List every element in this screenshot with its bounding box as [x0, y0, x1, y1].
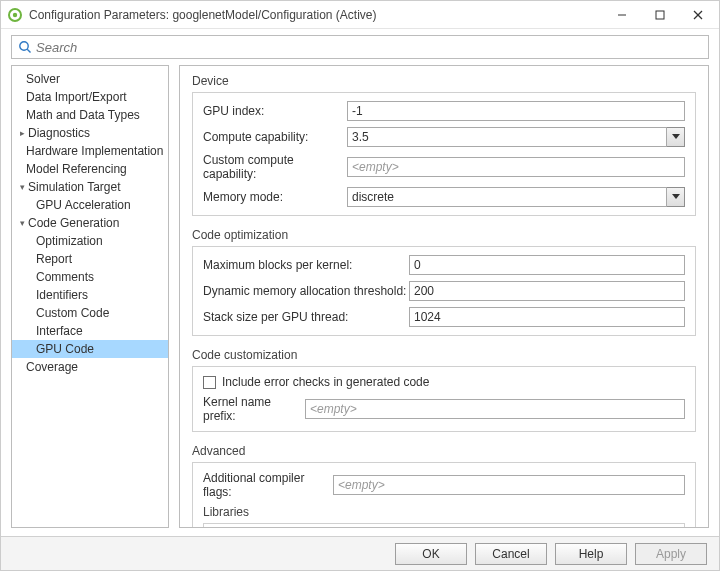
collapse-icon[interactable]: ▾ [16, 214, 28, 232]
tree-item-code-generation[interactable]: ▾Code Generation [12, 214, 168, 232]
dynamic-threshold-input[interactable] [409, 281, 685, 301]
content-pane: Device GPU index: Compute capability: Cu… [179, 65, 709, 528]
code-customization-legend: Code customization [192, 348, 696, 362]
kernel-prefix-label: Kernel name prefix: [203, 395, 305, 423]
device-legend: Device [192, 74, 696, 88]
collapse-icon[interactable]: ▾ [16, 178, 28, 196]
svg-point-1 [13, 12, 17, 16]
cancel-button[interactable]: Cancel [475, 543, 547, 565]
device-group: Device GPU index: Compute capability: Cu… [192, 74, 696, 216]
tree-item-interface[interactable]: Interface [12, 322, 168, 340]
code-optimization-legend: Code optimization [192, 228, 696, 242]
tree-item-gpu-code[interactable]: GPU Code [12, 340, 168, 358]
maximize-button[interactable] [641, 1, 679, 29]
custom-compute-capability-label: Custom compute capability: [203, 153, 347, 181]
tree-item-report[interactable]: Report [12, 250, 168, 268]
dynamic-threshold-label: Dynamic memory allocation threshold: [203, 284, 409, 298]
tree-item-diagnostics[interactable]: ▸Diagnostics [12, 124, 168, 142]
svg-marker-9 [672, 194, 680, 199]
tree-item-label: Custom Code [36, 304, 109, 322]
compiler-flags-input[interactable] [333, 475, 685, 495]
tree-item-optimization[interactable]: Optimization [12, 232, 168, 250]
search-field-wrap[interactable] [11, 35, 709, 59]
tree-item-label: Solver [26, 70, 60, 88]
stack-size-label: Stack size per GPU thread: [203, 310, 409, 324]
expand-icon[interactable]: ▸ [16, 124, 28, 142]
tree-item-solver[interactable]: Solver [12, 70, 168, 88]
apply-button[interactable]: Apply [635, 543, 707, 565]
tree-item-comments[interactable]: Comments [12, 268, 168, 286]
tree-item-label: Identifiers [36, 286, 88, 304]
gpu-index-input[interactable] [347, 101, 685, 121]
include-error-checks-label: Include error checks in generated code [222, 375, 429, 389]
svg-line-7 [27, 49, 30, 52]
tree-item-simulation-target[interactable]: ▾Simulation Target [12, 178, 168, 196]
search-input[interactable] [36, 40, 702, 55]
tree-item-label: Math and Data Types [26, 106, 140, 124]
compiler-flags-label: Additional compiler flags: [203, 471, 333, 499]
search-icon [18, 40, 32, 54]
help-button[interactable]: Help [555, 543, 627, 565]
tree-item-label: Coverage [26, 358, 78, 376]
nav-tree[interactable]: SolverData Import/ExportMath and Data Ty… [11, 65, 169, 528]
gpu-index-label: GPU index: [203, 104, 347, 118]
tree-item-label: Code Generation [28, 214, 119, 232]
tree-item-label: Diagnostics [28, 124, 90, 142]
code-customization-group: Code customization Include error checks … [192, 348, 696, 432]
svg-marker-8 [672, 134, 680, 139]
stack-size-input[interactable] [409, 307, 685, 327]
svg-rect-3 [656, 11, 664, 19]
libraries-label: Libraries [203, 505, 685, 519]
tree-item-label: Optimization [36, 232, 103, 250]
close-button[interactable] [679, 1, 717, 29]
minimize-button[interactable] [603, 1, 641, 29]
tree-item-custom-code[interactable]: Custom Code [12, 304, 168, 322]
kernel-prefix-input[interactable] [305, 399, 685, 419]
memory-mode-dropdown-button[interactable] [667, 187, 685, 207]
tree-item-label: GPU Code [36, 340, 94, 358]
tree-item-label: GPU Acceleration [36, 196, 131, 214]
max-blocks-label: Maximum blocks per kernel: [203, 258, 409, 272]
memory-mode-select[interactable] [347, 187, 667, 207]
window-title: Configuration Parameters: googlenetModel… [29, 8, 603, 22]
memory-mode-label: Memory mode: [203, 190, 347, 204]
tree-item-label: Model Referencing [26, 160, 127, 178]
tree-item-label: Data Import/Export [26, 88, 127, 106]
compute-capability-select[interactable] [347, 127, 667, 147]
tree-item-math-and-data-types[interactable]: Math and Data Types [12, 106, 168, 124]
ok-button[interactable]: OK [395, 543, 467, 565]
titlebar: Configuration Parameters: googlenetModel… [1, 1, 719, 29]
include-error-checks-checkbox[interactable]: Include error checks in generated code [203, 375, 429, 389]
tree-item-data-import-export[interactable]: Data Import/Export [12, 88, 168, 106]
tree-item-gpu-acceleration[interactable]: GPU Acceleration [12, 196, 168, 214]
tree-item-label: Interface [36, 322, 83, 340]
tree-item-label: Report [36, 250, 72, 268]
tree-item-model-referencing[interactable]: Model Referencing [12, 160, 168, 178]
compute-capability-label: Compute capability: [203, 130, 347, 144]
code-optimization-group: Code optimization Maximum blocks per ker… [192, 228, 696, 336]
tree-item-label: Simulation Target [28, 178, 121, 196]
tree-item-label: Hardware Implementation [26, 142, 163, 160]
advanced-group: Advanced Additional compiler flags: Libr… [192, 444, 696, 528]
app-icon [7, 7, 23, 23]
search-bar [1, 29, 719, 65]
max-blocks-input[interactable] [409, 255, 685, 275]
compute-capability-dropdown-button[interactable] [667, 127, 685, 147]
svg-point-6 [20, 42, 28, 50]
tree-item-hardware-implementation[interactable]: Hardware Implementation [12, 142, 168, 160]
tree-item-label: Comments [36, 268, 94, 286]
tree-item-coverage[interactable]: Coverage [12, 358, 168, 376]
advanced-legend: Advanced [192, 444, 696, 458]
custom-compute-capability-input[interactable] [347, 157, 685, 177]
tree-item-identifiers[interactable]: Identifiers [12, 286, 168, 304]
dialog-footer: OK Cancel Help Apply [1, 536, 719, 570]
